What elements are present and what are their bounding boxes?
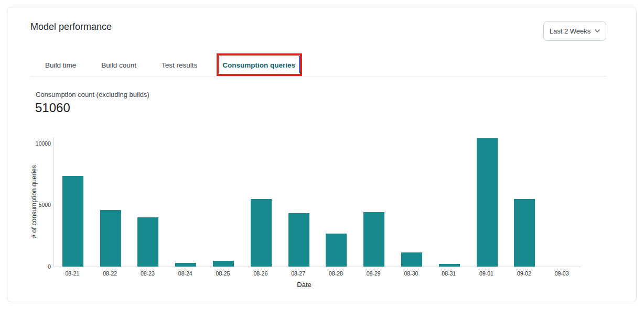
- tab-build-count[interactable]: Build count: [101, 61, 136, 70]
- y-tick-0: 0: [48, 263, 51, 270]
- y-tick-10000: 10000: [36, 140, 51, 147]
- bar-08-25: [213, 261, 234, 267]
- time-range-value: Last 2 Weeks: [550, 27, 591, 35]
- metric-label: Consumption count (excluding builds): [36, 91, 149, 98]
- x-tick-08-25: 08-25: [216, 270, 230, 277]
- bar-08-27: [288, 213, 309, 267]
- x-tick-08-22: 08-22: [103, 270, 117, 277]
- tab-consumption-queries[interactable]: Consumption queries: [222, 61, 295, 70]
- x-tick-08-26: 08-26: [253, 270, 267, 277]
- x-tick-08-30: 08-30: [404, 270, 418, 277]
- bar-08-29: [363, 212, 384, 267]
- x-tick-09-01: 09-01: [479, 270, 493, 277]
- x-tick-09-02: 09-02: [517, 270, 531, 277]
- y-tick-5000: 5000: [39, 202, 51, 208]
- tab-build-time[interactable]: Build time: [45, 61, 76, 70]
- x-tick-08-27: 08-27: [291, 270, 305, 277]
- tab-consumption-queries-label: Consumption queries: [222, 61, 295, 69]
- bar-08-31: [439, 264, 460, 267]
- plot-area: [53, 138, 581, 267]
- bar-09-01: [477, 138, 498, 267]
- bar-08-28: [326, 234, 347, 267]
- y-axis-ticks: 0500010000: [28, 138, 51, 267]
- tab-bar: Build time Build count Test results Cons…: [45, 61, 295, 70]
- time-range-dropdown[interactable]: Last 2 Weeks: [543, 21, 606, 41]
- x-axis-label: Date: [297, 281, 311, 289]
- bar-08-30: [401, 252, 422, 267]
- bar-08-26: [251, 199, 272, 267]
- page-title: Model performance: [30, 21, 112, 32]
- chevron-down-icon: [595, 29, 600, 32]
- bar-08-21: [62, 176, 83, 267]
- x-tick-08-31: 08-31: [442, 270, 456, 277]
- bar-08-23: [137, 217, 158, 267]
- tabs-divider: [30, 76, 607, 76]
- metric-value: 51060: [35, 101, 70, 115]
- model-performance-card: Model performance Last 2 Weeks Build tim…: [7, 7, 637, 302]
- x-tick-08-28: 08-28: [329, 270, 343, 277]
- highlight-box-blue-edge: [299, 56, 300, 73]
- x-tick-09-03: 09-03: [555, 270, 569, 277]
- x-tick-08-24: 08-24: [178, 270, 192, 277]
- bar-08-22: [100, 210, 121, 267]
- x-tick-08-21: 08-21: [65, 270, 79, 277]
- x-tick-08-29: 08-29: [367, 270, 381, 277]
- tab-test-results[interactable]: Test results: [162, 61, 197, 70]
- x-tick-08-23: 08-23: [141, 270, 155, 277]
- bar-08-24: [175, 263, 196, 267]
- bar-09-02: [514, 199, 535, 267]
